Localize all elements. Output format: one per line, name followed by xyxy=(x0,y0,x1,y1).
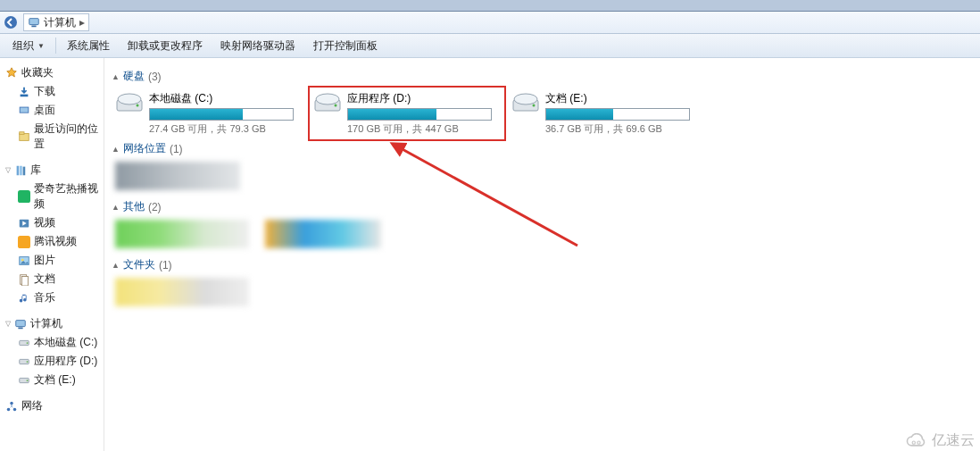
drive-capacity-text: 36.7 GB 可用，共 69.6 GB xyxy=(545,122,699,136)
drive-item[interactable]: 文档 (E:)36.7 GB 可用，共 69.6 GB xyxy=(510,89,701,138)
sidebar-item-video[interactable]: 视频 xyxy=(0,213,104,232)
address-bar: 计算机 ▸ xyxy=(0,12,980,34)
drive-item[interactable]: 本地磁盘 (C:)27.4 GB 可用，共 79.3 GB xyxy=(113,89,304,138)
svg-rect-1 xyxy=(29,19,39,25)
drive-capacity-text: 170 GB 可用，共 447 GB xyxy=(347,122,501,136)
svg-rect-10 xyxy=(23,166,26,175)
svg-rect-3 xyxy=(21,94,29,96)
collapse-icon: ▲ xyxy=(112,72,120,81)
disk-icon xyxy=(18,355,30,368)
svg-point-33 xyxy=(316,94,339,104)
cloud-icon xyxy=(905,433,928,449)
sidebar-item-iqiyi[interactable]: 爱奇艺热播视频 xyxy=(0,180,104,213)
uninstall-button[interactable]: 卸载或更改程序 xyxy=(120,37,210,55)
svg-rect-2 xyxy=(31,26,36,28)
iqiyi-icon xyxy=(18,190,30,203)
documents-icon xyxy=(18,273,30,286)
svg-point-21 xyxy=(27,342,29,344)
chevron-down-icon: ▼ xyxy=(37,42,45,50)
breadcrumb-location: 计算机 xyxy=(44,15,76,30)
chevron-right-icon[interactable]: ▸ xyxy=(79,16,85,29)
content-pane: ▲硬盘 (3) 本地磁盘 (C:)27.4 GB 可用，共 79.3 GB应用程… xyxy=(104,58,980,451)
drive-name: 文档 (E:) xyxy=(545,91,699,106)
chevron-down-icon: ▽ xyxy=(5,320,11,328)
hard-disk-icon xyxy=(511,91,540,114)
drive-capacity-text: 27.4 GB 可用，共 79.3 GB xyxy=(149,122,303,136)
sidebar-item-downloads[interactable]: 下载 xyxy=(0,82,104,101)
svg-point-30 xyxy=(118,94,141,104)
group-header-other[interactable]: ▲其他 (2) xyxy=(112,199,975,214)
favorites-header[interactable]: 收藏夹 xyxy=(0,63,104,82)
svg-point-23 xyxy=(27,361,29,363)
sidebar-item-pictures[interactable]: 图片 xyxy=(0,251,104,270)
svg-rect-17 xyxy=(21,276,28,286)
sidebar-item-music[interactable]: 音乐 xyxy=(0,288,104,307)
svg-point-28 xyxy=(10,401,13,405)
hard-disk-icon xyxy=(313,91,342,114)
svg-point-25 xyxy=(27,380,29,381)
other-items xyxy=(115,220,975,248)
disk-icon xyxy=(18,374,30,387)
blurred-item[interactable] xyxy=(115,162,240,190)
watermark: 亿速云 xyxy=(905,431,975,450)
map-drive-button[interactable]: 映射网络驱动器 xyxy=(213,37,303,55)
svg-rect-5 xyxy=(21,107,29,112)
collapse-icon: ▲ xyxy=(112,203,120,212)
capacity-bar xyxy=(347,108,492,121)
sidebar-item-disk-c[interactable]: 本地磁盘 (C:) xyxy=(0,333,104,352)
blurred-item[interactable] xyxy=(265,220,381,248)
libraries-header[interactable]: ▽库 xyxy=(0,161,104,180)
svg-point-31 xyxy=(137,104,139,107)
network-icon xyxy=(5,400,18,413)
capacity-bar xyxy=(545,108,690,121)
folder-items xyxy=(115,278,975,306)
libraries-icon xyxy=(14,164,27,177)
group-header-disks[interactable]: ▲硬盘 (3) xyxy=(112,69,975,84)
svg-point-36 xyxy=(514,94,537,104)
computer-header[interactable]: ▽计算机 xyxy=(0,314,104,333)
computer-icon xyxy=(28,16,40,29)
pictures-icon xyxy=(18,255,30,267)
organize-button[interactable]: 组织▼ xyxy=(5,37,52,55)
computer-icon xyxy=(14,318,27,330)
group-header-netloc[interactable]: ▲网络位置 (1) xyxy=(112,141,975,156)
star-icon xyxy=(5,67,18,79)
sidebar-item-qqvideo[interactable]: 腾讯视频 xyxy=(0,232,104,251)
svg-point-0 xyxy=(4,16,17,29)
collapse-icon: ▲ xyxy=(112,145,120,154)
separator xyxy=(55,38,56,54)
system-properties-button[interactable]: 系统属性 xyxy=(60,37,117,55)
blurred-item[interactable] xyxy=(115,278,249,306)
svg-point-39 xyxy=(912,441,915,444)
back-icon[interactable] xyxy=(4,15,18,29)
blurred-item[interactable] xyxy=(115,220,249,248)
svg-rect-8 xyxy=(17,165,20,175)
desktop-icon xyxy=(18,104,30,117)
video-icon xyxy=(18,217,30,230)
sidebar-item-documents[interactable]: 文档 xyxy=(0,270,104,288)
capacity-bar xyxy=(149,108,294,121)
nav-pane: 收藏夹 下载 桌面 最近访问的位置 ▽库 爱奇艺热播视频 视频 腾讯视频 图片 … xyxy=(0,58,104,451)
sidebar-item-recent[interactable]: 最近访问的位置 xyxy=(0,120,104,154)
disk-icon xyxy=(18,337,30,349)
titlebar-stub xyxy=(0,0,980,12)
sidebar-item-disk-d[interactable]: 应用程序 (D:) xyxy=(0,352,104,371)
sidebar-item-disk-e[interactable]: 文档 (E:) xyxy=(0,371,104,389)
svg-rect-9 xyxy=(20,165,22,175)
svg-point-37 xyxy=(533,104,536,107)
drive-item[interactable]: 应用程序 (D:)170 GB 可用，共 447 GB xyxy=(311,89,502,138)
command-bar: 组织▼ 系统属性 卸载或更改程序 映射网络驱动器 打开控制面板 xyxy=(0,34,980,58)
chevron-down-icon: ▽ xyxy=(5,166,11,174)
nav-buttons xyxy=(4,15,18,29)
breadcrumb[interactable]: 计算机 ▸ xyxy=(23,13,89,31)
svg-rect-7 xyxy=(20,132,24,135)
control-panel-button[interactable]: 打开控制面板 xyxy=(306,37,385,55)
network-header[interactable]: 网络 xyxy=(0,397,104,415)
netloc-items xyxy=(115,162,975,190)
recent-icon xyxy=(18,130,30,143)
music-icon xyxy=(18,292,30,305)
group-header-folders[interactable]: ▲文件夹 (1) xyxy=(112,257,975,272)
download-icon xyxy=(18,86,30,98)
svg-rect-19 xyxy=(18,327,22,329)
sidebar-item-desktop[interactable]: 桌面 xyxy=(0,101,104,120)
